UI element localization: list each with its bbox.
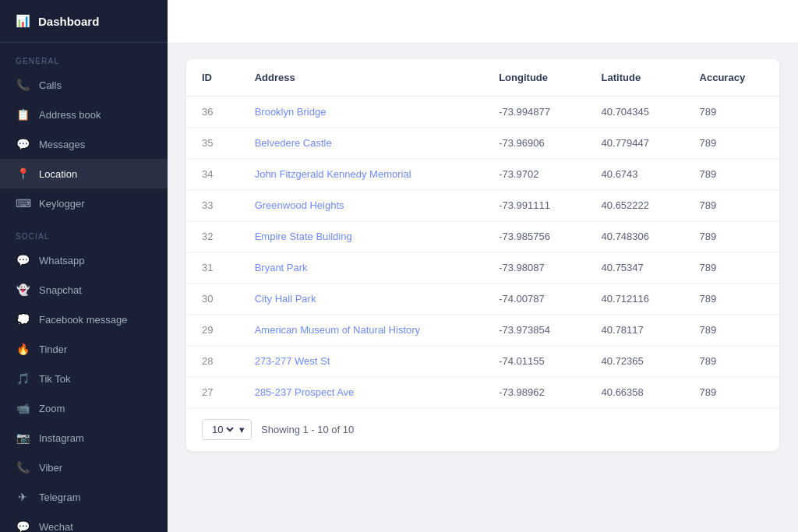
cell-id: 29 [186, 315, 239, 346]
cell-accuracy: 789 [684, 97, 779, 128]
main-area: IDAddressLongitudeLatitudeAccuracy 36Bro… [168, 0, 798, 532]
cell-accuracy: 789 [684, 221, 779, 252]
sidebar-item-label-facebook: Facebook message [39, 314, 127, 326]
sidebar-item-label-location: Location [39, 168, 77, 180]
table-row: 28273-277 West St-74.0115540.72365789 [186, 346, 779, 377]
cell-longitude: -73.98962 [483, 377, 585, 408]
cell-longitude: -73.985756 [483, 221, 585, 252]
sidebar-item-label-snapchat: Snapchat [39, 284, 82, 296]
sidebar-item-snapchat[interactable]: 👻Snapchat [0, 275, 168, 305]
sidebar-item-tiktok[interactable]: 🎵Tik Tok [0, 364, 168, 393]
cell-id: 31 [186, 252, 239, 284]
cell-id: 32 [186, 221, 239, 252]
cell-address: 273-277 West St [239, 346, 484, 377]
cell-accuracy: 789 [684, 190, 779, 221]
pagination-info: Showing 1 - 10 of 10 [261, 424, 354, 435]
location-table-card: IDAddressLongitudeLatitudeAccuracy 36Bro… [186, 59, 779, 451]
cell-latitude: 40.652222 [586, 190, 684, 221]
cell-id: 27 [186, 377, 239, 408]
cell-latitude: 40.72365 [586, 346, 684, 377]
cell-address: Bryant Park [239, 252, 484, 284]
table-row: 33Greenwood Heights-73.99111140.65222278… [186, 190, 779, 221]
table-row: 32Empire State Building-73.98575640.7483… [186, 221, 779, 252]
sidebar-item-instagram[interactable]: 📷Instagram [0, 423, 168, 453]
sidebar-item-viber[interactable]: 📞Viber [0, 453, 168, 482]
sidebar-item-keylogger[interactable]: ⌨Keylogger [0, 188, 168, 218]
cell-address: American Museum of Natural History [239, 315, 484, 346]
page-size-select[interactable]: 10 25 50 ▾ [202, 419, 252, 440]
cell-latitude: 40.748306 [586, 221, 684, 252]
cell-id: 28 [186, 346, 239, 377]
cell-address: City Hall Park [239, 284, 484, 315]
sidebar-item-telegram[interactable]: ✈Telegram [0, 482, 168, 512]
sidebar-item-label-whatsapp: Whatsapp [39, 255, 85, 266]
table-row: 27285-237 Prospect Ave-73.9896240.663587… [186, 377, 779, 408]
sidebar-item-label-keylogger: Keylogger [39, 198, 85, 210]
sidebar-item-whatsapp[interactable]: 💬Whatsapp [0, 245, 168, 275]
sidebar-item-messages[interactable]: 💬Messages [0, 129, 168, 159]
sidebar-item-calls[interactable]: 📞Calls [0, 70, 168, 100]
cell-longitude: -73.994877 [483, 97, 585, 128]
cell-address: 285-237 Prospect Ave [239, 377, 484, 408]
cell-longitude: -73.98087 [483, 252, 585, 284]
sidebar-item-label-messages: Messages [39, 139, 85, 150]
cell-id: 35 [186, 128, 239, 159]
cell-id: 30 [186, 284, 239, 315]
cell-longitude: -73.96906 [483, 128, 585, 159]
cell-accuracy: 789 [684, 252, 779, 284]
main-content: IDAddressLongitudeLatitudeAccuracy 36Bro… [168, 44, 798, 532]
cell-accuracy: 789 [684, 377, 779, 408]
cell-accuracy: 789 [684, 128, 779, 159]
sidebar-logo: 📊 Dashboard [0, 0, 168, 43]
sidebar-section-label-general: GENERAL [0, 43, 168, 70]
location-icon: 📍 [16, 167, 30, 180]
tinder-icon: 🔥 [16, 343, 30, 355]
cell-address: Belvedere Castle [239, 128, 484, 159]
tiktok-icon: 🎵 [16, 372, 30, 385]
cell-latitude: 40.78117 [586, 315, 684, 346]
cell-latitude: 40.6743 [586, 159, 684, 190]
col-header-latitude: Latitude [586, 59, 684, 97]
sidebar-item-label-instagram: Instagram [39, 432, 84, 444]
wechat-icon: 💬 [16, 520, 30, 532]
cell-address: Greenwood Heights [239, 190, 484, 221]
cell-id: 33 [186, 190, 239, 221]
sidebar-item-location[interactable]: 📍Location [0, 159, 168, 188]
cell-address: Empire State Building [239, 221, 484, 252]
table-row: 35Belvedere Castle-73.9690640.779447789 [186, 128, 779, 159]
page-size-dropdown[interactable]: 10 25 50 [209, 423, 236, 436]
cell-longitude: -74.00787 [483, 284, 585, 315]
sidebar-item-label-calls: Calls [39, 79, 62, 91]
cell-address: John Fitzgerald Kennedy Memorial [239, 159, 484, 190]
viber-icon: 📞 [16, 461, 30, 474]
cell-address: Brooklyn Bridge [239, 97, 484, 128]
cell-longitude: -73.973854 [483, 315, 585, 346]
table-row: 31Bryant Park-73.9808740.75347789 [186, 252, 779, 284]
keylogger-icon: ⌨ [16, 197, 30, 210]
cell-id: 34 [186, 159, 239, 190]
pagination-row: 10 25 50 ▾ Showing 1 - 10 of 10 [186, 407, 779, 451]
sidebar-item-label-wechat: Wechat [39, 521, 73, 533]
cell-longitude: -73.9702 [483, 159, 585, 190]
sidebar-item-label-address-book: Address book [39, 109, 101, 121]
sidebar-item-label-viber: Viber [39, 462, 62, 474]
zoom-icon: 📹 [16, 402, 30, 414]
sidebar-item-wechat[interactable]: 💬Wechat [0, 512, 168, 532]
main-header [168, 0, 798, 44]
sidebar-item-zoom[interactable]: 📹Zoom [0, 393, 168, 423]
sidebar-item-facebook[interactable]: 💭Facebook message [0, 305, 168, 334]
calls-icon: 📞 [16, 79, 30, 91]
sidebar: 📊 Dashboard GENERAL📞Calls📋Address book💬M… [0, 0, 168, 532]
sidebar-item-label-tinder: Tinder [39, 344, 67, 355]
dashboard-icon: 📊 [16, 14, 30, 28]
cell-longitude: -73.991111 [483, 190, 585, 221]
cell-latitude: 40.75347 [586, 252, 684, 284]
cell-id: 36 [186, 97, 239, 128]
cell-accuracy: 789 [684, 315, 779, 346]
cell-accuracy: 789 [684, 346, 779, 377]
col-header-id: ID [186, 59, 239, 97]
sidebar-item-tinder[interactable]: 🔥Tinder [0, 334, 168, 364]
sidebar-item-label-tiktok: Tik Tok [39, 373, 70, 385]
sidebar-item-address-book[interactable]: 📋Address book [0, 100, 168, 129]
telegram-icon: ✈ [16, 491, 30, 503]
